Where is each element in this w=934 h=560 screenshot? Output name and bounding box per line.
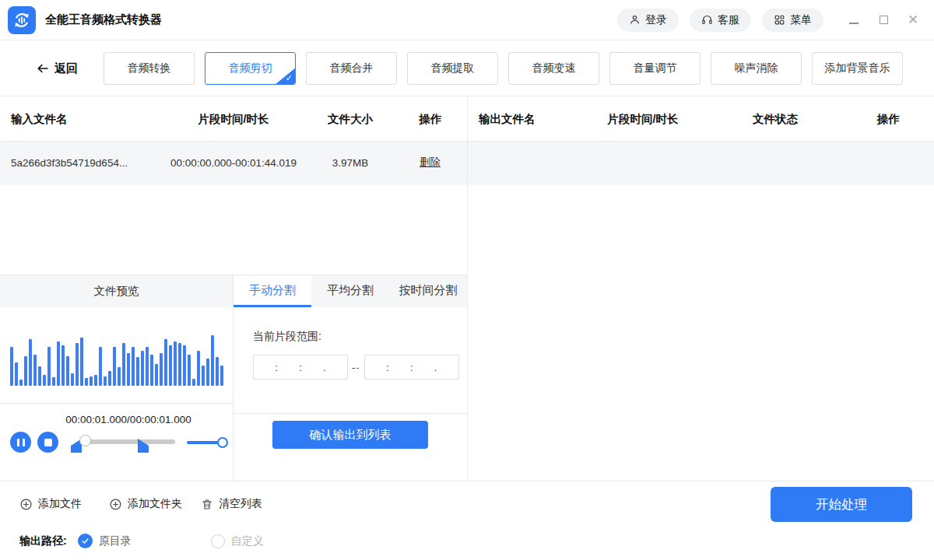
waveform-bar (108, 371, 111, 386)
confirm-area: 确认输出到列表 (234, 413, 467, 481)
waveform-bar (52, 377, 55, 386)
nav-tab-音频变速[interactable]: 音频变速 (508, 52, 599, 85)
column-header: 输入文件名 (0, 112, 160, 127)
output-path-option-自定义[interactable]: 自定义 (211, 534, 264, 548)
waveform-bar (164, 339, 167, 386)
time-separator: : (410, 362, 413, 373)
seek-slider-track[interactable] (82, 439, 175, 444)
close-button[interactable]: ✕ (904, 12, 922, 29)
output-file-panel: 输出文件名片段时间/时长文件状态操作 (467, 97, 934, 481)
waveform-bar (71, 373, 74, 386)
waveform-bar (94, 375, 97, 386)
waveform-bar (183, 345, 186, 386)
clear-list-label: 清空列表 (219, 497, 262, 511)
pause-icon (17, 439, 19, 446)
user-icon (629, 14, 641, 26)
add-file-button[interactable]: 添加文件 (19, 497, 82, 511)
plus-circle-icon (19, 498, 33, 511)
trash-icon (201, 498, 213, 511)
waveform-bar (169, 345, 172, 386)
split-panel: 手动分割平均分割按时间分割 当前片段范围: ::. -- ::. 确认输出到列表 (234, 275, 467, 481)
nav-tab-音频转换[interactable]: 音频转换 (104, 52, 195, 85)
nav-tab-音频提取[interactable]: 音频提取 (407, 52, 498, 85)
confirm-output-button[interactable]: 确认输出到列表 (272, 421, 428, 449)
waveform-bar (113, 347, 116, 386)
check-icon: ✓ (275, 68, 296, 85)
menu-button[interactable]: 菜单 (762, 9, 823, 32)
waveform-bar (150, 355, 153, 386)
nav-tab-label: 音频变速 (532, 61, 576, 74)
waveform-bar (104, 376, 107, 386)
nav-tab-label: 音频合并 (330, 61, 374, 74)
waveform-bar (122, 343, 125, 386)
split-tab-按时间分割[interactable]: 按时间分割 (389, 275, 467, 307)
nav-tab-label: 噪声消除 (735, 61, 778, 74)
column-header: 文件状态 (709, 112, 841, 127)
grid-menu-icon (774, 14, 785, 26)
column-header: 操作 (393, 112, 467, 127)
segment-range-area: 当前片段范围: ::. -- ::. (234, 307, 467, 413)
pause-button[interactable] (10, 432, 31, 453)
output-path-row: 输出路径: 原目录自定义 (19, 534, 264, 548)
login-button[interactable]: 登录 (617, 9, 679, 32)
waveform-bar (206, 359, 209, 386)
nav-tab-label: 音频转换 (128, 61, 171, 74)
minimize-button[interactable] (845, 12, 862, 29)
output-path-label: 输出路径: (19, 534, 67, 548)
volume-slider-handle[interactable] (217, 437, 228, 448)
split-tab-平均分割[interactable]: 平均分割 (311, 275, 389, 307)
time-separator: : (299, 362, 302, 373)
plus-circle-icon (109, 498, 122, 511)
nav-tab-音频剪切[interactable]: 音频剪切✓ (205, 52, 296, 85)
nav-tab-label: 添加背景音乐 (825, 61, 890, 74)
support-button[interactable]: 客服 (690, 9, 751, 32)
add-folder-label: 添加文件夹 (128, 497, 182, 511)
nav-tab-音量调节[interactable]: 音量调节 (609, 52, 700, 85)
waveform-bar (216, 357, 219, 386)
audio-waveform (0, 307, 233, 404)
stop-icon (44, 439, 52, 446)
stop-button[interactable] (37, 432, 58, 453)
title-bar: 全能王音频格式转换器 登录 客服 (0, 0, 934, 40)
pause-icon-bar2 (23, 439, 25, 446)
radio-label: 原目录 (99, 534, 132, 548)
nav-tab-添加背景音乐[interactable]: 添加背景音乐 (812, 52, 903, 85)
waveform-bar (85, 378, 88, 386)
waveform-bar (43, 375, 46, 386)
login-label: 登录 (645, 13, 667, 27)
start-time-input[interactable]: ::. (253, 355, 348, 380)
split-mode-tabs: 手动分割平均分割按时间分割 (234, 275, 467, 307)
preview-title: 文件预览 (0, 275, 233, 307)
segment-range-label: 当前片段范围: (253, 330, 321, 344)
nav-bar: 返回 音频转换音频剪切✓音频合并音频提取音频变速音量调节噪声消除添加背景音乐 (0, 41, 934, 96)
add-folder-button[interactable]: 添加文件夹 (109, 497, 182, 511)
nav-tab-音频合并[interactable]: 音频合并 (306, 52, 397, 85)
waveform-bar (136, 357, 139, 386)
waveform-bar (132, 347, 135, 386)
clear-list-button[interactable]: 清空列表 (201, 497, 262, 511)
maximize-button[interactable] (875, 12, 892, 29)
file-size-cell: 3.97MB (307, 157, 393, 169)
column-header: 文件大小 (307, 112, 393, 127)
nav-tab-噪声消除[interactable]: 噪声消除 (711, 52, 802, 85)
radio-label: 自定义 (231, 534, 264, 548)
end-time-input[interactable]: ::. (364, 355, 459, 380)
split-tab-手动分割[interactable]: 手动分割 (234, 275, 311, 307)
waveform-bar (90, 376, 93, 386)
waveform-bar (57, 341, 60, 386)
waveform-bar (178, 343, 181, 386)
time-separator: . (323, 362, 326, 373)
back-button[interactable]: 返回 (35, 61, 78, 76)
waveform-bar (155, 364, 158, 386)
waveform-bar (188, 355, 191, 386)
close-icon: ✕ (908, 13, 918, 26)
waveform-bar (211, 335, 214, 386)
minimize-icon (849, 23, 859, 24)
start-processing-button[interactable]: 开始处理 (771, 487, 912, 522)
delete-link[interactable]: 删除 (420, 156, 441, 168)
output-path-option-原目录[interactable]: 原目录 (78, 534, 132, 548)
column-header: 输出文件名 (468, 112, 577, 127)
time-separator: . (434, 362, 437, 373)
app-title: 全能王音频格式转换器 (45, 12, 162, 27)
seek-slider-handle[interactable] (79, 435, 91, 446)
